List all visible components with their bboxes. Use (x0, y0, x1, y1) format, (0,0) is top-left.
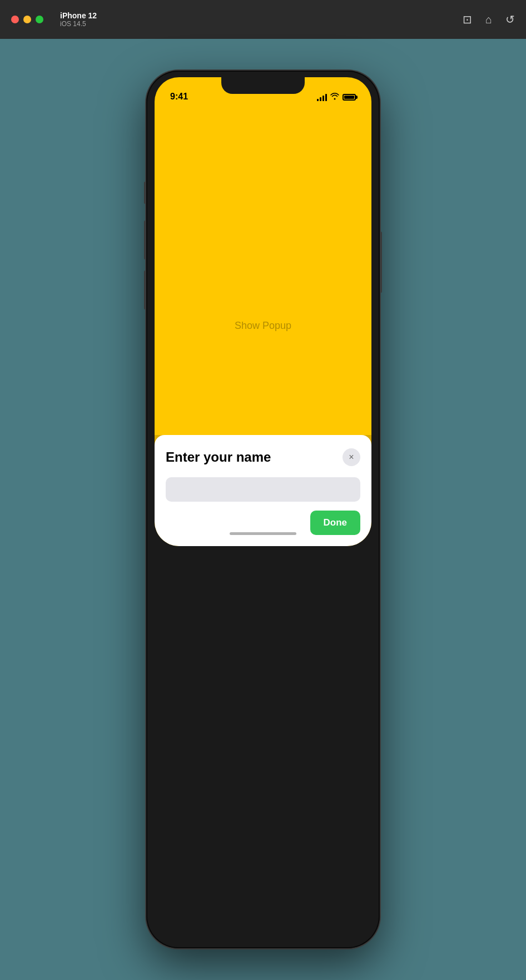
status-time: 9:41 (170, 92, 188, 102)
modal-title: Enter your name (166, 449, 271, 465)
phone-screen: 9:41 (155, 77, 371, 546)
home-indicator (230, 532, 296, 535)
signal-bar-1 (317, 99, 319, 101)
title-bar-controls: ⊡ ⌂ ↺ (463, 13, 515, 26)
name-input[interactable] (166, 477, 360, 502)
title-bar: iPhone 12 iOS 14.5 ⊡ ⌂ ↺ (0, 0, 526, 39)
modal-header: Enter your name × (166, 448, 360, 466)
power-button (380, 232, 382, 293)
traffic-lights (11, 16, 43, 23)
maximize-button[interactable] (36, 16, 43, 23)
wifi-icon (330, 92, 339, 102)
phone-frame: 9:41 (146, 71, 380, 948)
volume-up-button (144, 221, 146, 259)
modal-close-button[interactable]: × (343, 448, 360, 466)
mute-button (144, 182, 146, 204)
done-button[interactable]: Done (310, 511, 361, 535)
notch (221, 77, 305, 94)
signal-bar-3 (322, 96, 324, 101)
screenshot-icon[interactable]: ⊡ (463, 13, 472, 26)
battery-fill (344, 96, 354, 99)
app-content: Show Popup Enter your name × Done (155, 105, 371, 546)
close-button[interactable] (11, 16, 19, 23)
home-icon[interactable]: ⌂ (485, 13, 492, 26)
signal-bar-2 (320, 97, 321, 101)
modal-sheet: Enter your name × Done (155, 435, 371, 546)
show-popup-button[interactable]: Show Popup (235, 320, 291, 332)
phone-wrapper: 9:41 (146, 39, 380, 980)
modal-overlay: Enter your name × Done (155, 435, 371, 546)
device-name: iPhone 12 (60, 11, 97, 20)
volume-down-button (144, 271, 146, 309)
rotate-icon[interactable]: ↺ (505, 13, 515, 26)
device-info: iPhone 12 iOS 14.5 (60, 11, 97, 28)
modal-footer: Done (166, 511, 360, 535)
status-icons (317, 92, 356, 102)
signal-bar-4 (325, 94, 327, 101)
device-os: iOS 14.5 (60, 20, 97, 28)
signal-icon (317, 93, 327, 101)
battery-icon (343, 94, 356, 101)
minimize-button[interactable] (23, 16, 31, 23)
